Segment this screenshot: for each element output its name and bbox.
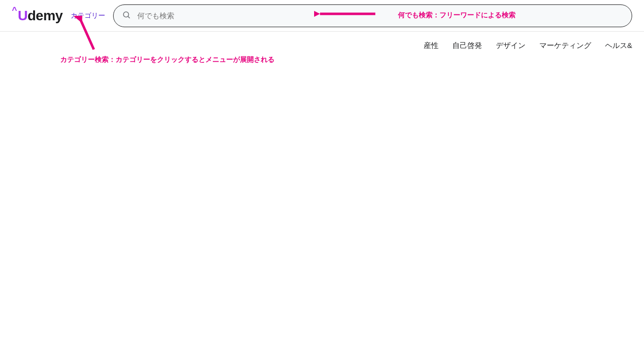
arrow-category-icon [74,16,99,52]
annotation-search: 何でも検索：フリーワードによる検索 [398,11,516,20]
nav-item-self[interactable]: 自己啓発 [452,41,482,50]
svg-line-3 [81,21,94,49]
logo-text: demy [28,8,63,24]
logo-hat-icon: ^ [12,5,17,16]
nav-item-productivity[interactable]: 産性 [424,41,439,50]
svg-line-1 [128,16,129,18]
arrow-search-icon [314,7,378,20]
logo-u: U [18,8,28,24]
search-icon [122,10,131,21]
annotation-category: カテゴリー検索：カテゴリーをクリックするとメニューが展開される [60,55,275,59]
logo[interactable]: ^ Udemy [12,8,63,24]
nav-item-health[interactable]: ヘルス& [605,41,632,50]
nav-item-marketing[interactable]: マーケティング [539,41,591,50]
svg-point-0 [123,12,129,17]
nav-item-design[interactable]: デザイン [496,41,525,50]
